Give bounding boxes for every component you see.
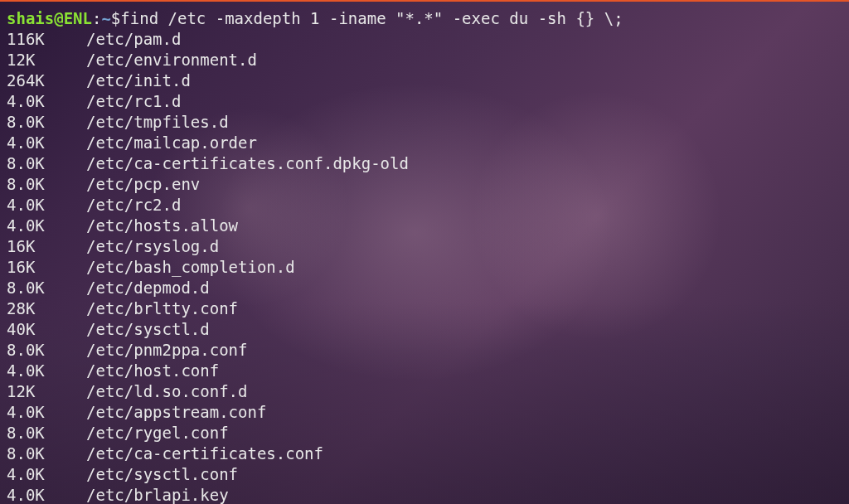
output-row: 4.0K/etc/mailcap.order bbox=[7, 133, 842, 153]
output-row: 8.0K/etc/depmod.d bbox=[7, 278, 842, 298]
file-size: 8.0K bbox=[7, 443, 86, 464]
file-size: 12K bbox=[7, 381, 86, 402]
file-path: /etc/pnm2ppa.conf bbox=[86, 340, 247, 361]
file-size: 4.0K bbox=[7, 133, 86, 153]
output-row: 4.0K/etc/rc1.d bbox=[7, 91, 842, 112]
file-path: /etc/pam.d bbox=[86, 29, 181, 50]
output-row: 8.0K/etc/ca-certificates.conf.dpkg-old bbox=[7, 153, 842, 174]
file-path: /etc/sysctl.conf bbox=[86, 464, 238, 485]
file-path: /etc/host.conf bbox=[86, 361, 219, 381]
output-row: 4.0K/etc/host.conf bbox=[7, 361, 842, 381]
prompt-user-host: shais@ENL bbox=[7, 8, 92, 29]
file-path: /etc/brlapi.key bbox=[86, 485, 229, 504]
file-size: 28K bbox=[7, 298, 86, 319]
output-row: 28K/etc/brltty.conf bbox=[7, 298, 842, 319]
output-row: 16K/etc/rsyslog.d bbox=[7, 236, 842, 257]
output-row: 16K/etc/bash_completion.d bbox=[7, 257, 842, 278]
output-row: 12K/etc/environment.d bbox=[7, 50, 842, 70]
file-size: 4.0K bbox=[7, 91, 86, 112]
file-size: 4.0K bbox=[7, 361, 86, 381]
file-path: /etc/sysctl.d bbox=[86, 319, 210, 340]
output-row: 8.0K/etc/ca-certificates.conf bbox=[7, 443, 842, 464]
file-size: 4.0K bbox=[7, 485, 86, 504]
terminal-window[interactable]: shais@ENL:~$ find /etc -maxdepth 1 -inam… bbox=[0, 0, 849, 504]
prompt-path: ~ bbox=[101, 8, 110, 29]
file-size: 116K bbox=[7, 29, 86, 50]
file-size: 4.0K bbox=[7, 216, 86, 236]
file-size: 16K bbox=[7, 257, 86, 278]
output-row: 4.0K/etc/brlapi.key bbox=[7, 485, 842, 504]
output-row: 8.0K/etc/pcp.env bbox=[7, 174, 842, 195]
file-path: /etc/ca-certificates.conf bbox=[86, 443, 323, 464]
file-path: /etc/mailcap.order bbox=[86, 133, 257, 153]
file-path: /etc/tmpfiles.d bbox=[86, 112, 229, 133]
file-path: /etc/environment.d bbox=[86, 50, 257, 70]
file-path: /etc/rygel.conf bbox=[86, 423, 229, 443]
file-size: 4.0K bbox=[7, 464, 86, 485]
file-size: 8.0K bbox=[7, 278, 86, 298]
output-row: 40K/etc/sysctl.d bbox=[7, 319, 842, 340]
file-path: /etc/ld.so.conf.d bbox=[86, 381, 247, 402]
file-size: 16K bbox=[7, 236, 86, 257]
output-row: 8.0K/etc/rygel.conf bbox=[7, 423, 842, 443]
file-size: 40K bbox=[7, 319, 86, 340]
file-size: 8.0K bbox=[7, 153, 86, 174]
file-size: 12K bbox=[7, 50, 86, 70]
file-path: /etc/rc1.d bbox=[86, 91, 181, 112]
output-row: 12K/etc/ld.so.conf.d bbox=[7, 381, 842, 402]
file-size: 8.0K bbox=[7, 112, 86, 133]
prompt-line: shais@ENL:~$ find /etc -maxdepth 1 -inam… bbox=[7, 8, 842, 29]
output-row: 4.0K/etc/rc2.d bbox=[7, 195, 842, 216]
prompt-dollar: $ bbox=[111, 8, 120, 29]
file-size: 264K bbox=[7, 70, 86, 91]
file-path: /etc/depmod.d bbox=[86, 278, 210, 298]
file-size: 8.0K bbox=[7, 340, 86, 361]
command-output: 116K/etc/pam.d12K/etc/environment.d264K/… bbox=[7, 29, 842, 504]
file-size: 8.0K bbox=[7, 174, 86, 195]
file-path: /etc/brltty.conf bbox=[86, 298, 238, 319]
file-path: /etc/init.d bbox=[86, 70, 191, 91]
file-size: 8.0K bbox=[7, 423, 86, 443]
file-size: 4.0K bbox=[7, 195, 86, 216]
file-path: /etc/rsyslog.d bbox=[86, 236, 219, 257]
output-row: 264K/etc/init.d bbox=[7, 70, 842, 91]
prompt-colon: : bbox=[92, 8, 101, 29]
file-path: /etc/rc2.d bbox=[86, 195, 181, 216]
command-text: find /etc -maxdepth 1 -iname "*.*" -exec… bbox=[120, 8, 623, 29]
file-path: /etc/bash_completion.d bbox=[86, 257, 295, 278]
file-path: /etc/ca-certificates.conf.dpkg-old bbox=[86, 153, 409, 174]
file-path: /etc/pcp.env bbox=[86, 174, 200, 195]
file-path: /etc/hosts.allow bbox=[86, 216, 238, 236]
file-size: 4.0K bbox=[7, 402, 86, 423]
output-row: 116K/etc/pam.d bbox=[7, 29, 842, 50]
output-row: 8.0K/etc/tmpfiles.d bbox=[7, 112, 842, 133]
output-row: 8.0K/etc/pnm2ppa.conf bbox=[7, 340, 842, 361]
file-path: /etc/appstream.conf bbox=[86, 402, 266, 423]
output-row: 4.0K/etc/hosts.allow bbox=[7, 216, 842, 236]
output-row: 4.0K/etc/appstream.conf bbox=[7, 402, 842, 423]
output-row: 4.0K/etc/sysctl.conf bbox=[7, 464, 842, 485]
